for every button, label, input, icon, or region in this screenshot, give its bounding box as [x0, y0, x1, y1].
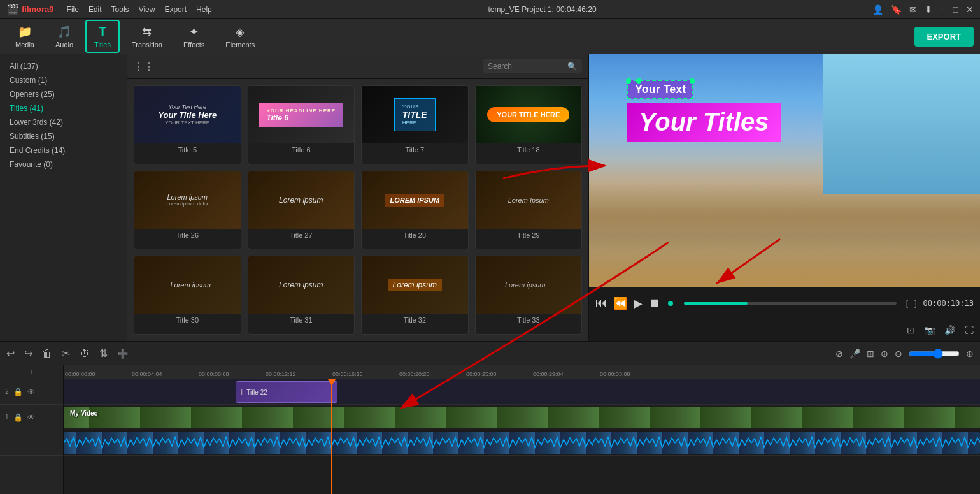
title-thumb-26: Lorem ipsum Lorem ipsum dolor — [134, 171, 241, 229]
track-label-audio — [0, 430, 63, 456]
menu-view[interactable]: View — [139, 5, 155, 14]
play-back-button[interactable]: ⏪ — [613, 296, 627, 310]
title-card-31[interactable]: Lorem ipsum Title 31 — [248, 256, 355, 335]
ruler-mark-0: 00:00:00:00 — [64, 371, 131, 377]
mic-icon[interactable]: 🎤 — [849, 349, 860, 359]
elements-icon: ◈ — [236, 25, 245, 39]
cut-button[interactable]: ✂ — [62, 347, 70, 360]
menu-help[interactable]: Help — [196, 5, 212, 14]
transition-icon: ⇆ — [142, 25, 152, 39]
timeline-tool4[interactable]: ⊕ — [966, 349, 974, 359]
lock-icon-2[interactable]: 🔒 — [13, 388, 23, 396]
media-label: Media — [15, 41, 34, 48]
video-label: My Video — [70, 410, 98, 417]
progress-bar[interactable] — [684, 302, 897, 305]
title-label-5: Title 5 — [134, 143, 241, 156]
preview-title-overlay: Your Text Your Titles — [627, 80, 942, 142]
playhead[interactable] — [331, 379, 332, 494]
sidebar-item-subtitles[interactable]: Subtitles (15) — [0, 129, 127, 143]
ruler-mark-2: 00:00:08:08 — [197, 371, 264, 377]
title-label-32: Title 32 — [362, 314, 468, 326]
timeline-right-tools: ⊘ 🎤 ⊞ ⊕ ⊖ ⊕ — [835, 349, 974, 359]
mail-icon[interactable]: ✉ — [909, 4, 917, 15]
pip-icon[interactable]: ⊡ — [907, 325, 914, 335]
redo-button[interactable]: ↪ — [24, 347, 32, 360]
toolbar-audio[interactable]: 🎵 Audio — [46, 20, 82, 53]
video-strip[interactable]: My Video — [64, 407, 980, 428]
bookmark-icon[interactable]: 🔖 — [891, 4, 902, 15]
panel-header: ⋮⋮ 🔍 — [127, 54, 588, 79]
fullscreen-icon[interactable]: ⛶ — [965, 325, 974, 335]
history-button[interactable]: ⏱ — [80, 348, 90, 360]
title-clip-label: Title 22 — [246, 389, 267, 396]
add-icon[interactable]: + — [30, 368, 34, 375]
toolbar-media[interactable]: 📁 Media — [6, 20, 43, 53]
menu-tools[interactable]: Tools — [111, 5, 129, 14]
audio-strip[interactable] — [64, 432, 980, 454]
grid-view-icon[interactable]: ⋮⋮ — [134, 61, 154, 73]
toolbar-transition[interactable]: ⇆ Transition — [123, 20, 171, 53]
toolbar-effects[interactable]: ✦ Effects — [174, 20, 213, 53]
title-thumb-18: YOUR TITLE HERE — [476, 86, 582, 143]
sidebar-item-all[interactable]: All (137) — [0, 59, 127, 73]
sidebar-item-custom[interactable]: Custom (1) — [0, 73, 127, 87]
toolbar-right: EXPORT — [914, 27, 974, 47]
undo-button[interactable]: ↩ — [6, 347, 15, 360]
title-card-26[interactable]: Lorem ipsum Lorem ipsum dolor Title 26 — [134, 171, 241, 250]
sidebar-item-favourite[interactable]: Favourite (0) — [0, 157, 127, 171]
snapshot-icon[interactable]: 📷 — [924, 325, 935, 335]
ruler-mark-8: 00:00:33:08 — [599, 371, 665, 377]
toolbar-titles[interactable]: T Titles — [85, 20, 120, 53]
user-icon[interactable]: 👤 — [872, 4, 883, 15]
volume-icon[interactable]: 🔊 — [944, 325, 955, 335]
lock-icon-1[interactable]: 🔒 — [13, 413, 23, 422]
ruler-mark-1: 00:00:04:04 — [131, 371, 197, 377]
eye-icon-1[interactable]: 👁 — [27, 413, 35, 422]
track-label-2: 2 🔒 👁 — [0, 379, 63, 405]
title-card-28[interactable]: LOREM IPSUM Title 28 — [361, 171, 469, 250]
maximize-button[interactable]: □ — [953, 4, 958, 15]
title-card-27[interactable]: Lorem ipsum Title 27 — [248, 171, 355, 250]
toolbar-elements[interactable]: ◈ Elements — [217, 20, 264, 53]
menu-edit[interactable]: Edit — [89, 5, 102, 14]
title-card-30[interactable]: Lorem ipsum Title 30 — [134, 256, 241, 335]
ruler-marks: 00:00:00:00 00:00:04:04 00:00:08:08 00:0… — [64, 371, 980, 377]
effects-icon: ✦ — [189, 25, 199, 39]
title-card-33[interactable]: Lorem ipsum Title 33 — [475, 256, 583, 335]
export-button[interactable]: EXPORT — [914, 27, 974, 47]
stop-button[interactable]: ⏹ — [649, 296, 660, 310]
preview-panel: Your Text Your Titles — [588, 54, 980, 341]
delete-button[interactable]: 🗑 — [42, 348, 52, 360]
title-card-6[interactable]: YOUR HEADLINE HERE Title 6 Title 6 — [248, 85, 355, 164]
title-card-18[interactable]: YOUR TITLE HERE Title 18 — [475, 85, 583, 164]
close-button[interactable]: ✕ — [966, 4, 974, 15]
title-thumb-5: Your Text Here Your Title Here YOUR TEXT… — [134, 86, 241, 143]
add-track-button[interactable]: ➕ — [117, 349, 128, 359]
sidebar-item-lower3rds[interactable]: Lower 3rds (42) — [0, 115, 127, 129]
timeline-tool1[interactable]: ⊞ — [867, 349, 874, 359]
menu-export[interactable]: Export — [164, 5, 187, 14]
speed-ramp-icon[interactable]: ⊘ — [835, 349, 843, 359]
search-icon[interactable]: 🔍 — [567, 62, 577, 71]
minimize-button[interactable]: − — [940, 4, 945, 15]
title-card-32[interactable]: Lorem ipsum Title 32 — [361, 256, 469, 335]
track-label-1: 1 🔒 👁 — [0, 405, 63, 430]
zoom-slider[interactable] — [909, 349, 960, 359]
sidebar-item-endcredits[interactable]: End Credits (14) — [0, 143, 127, 157]
title-card-7[interactable]: YOUR TITLE HERE Title 7 — [361, 85, 469, 164]
play-button[interactable]: ▶ — [634, 296, 643, 310]
sidebar-item-openers[interactable]: Openers (25) — [0, 87, 127, 101]
search-input[interactable] — [488, 62, 564, 71]
detach-button[interactable]: ⇅ — [99, 347, 108, 360]
timeline-tool2[interactable]: ⊕ — [881, 349, 888, 359]
ruler: 00:00:00:00 00:00:04:04 00:00:08:08 00:0… — [64, 365, 980, 379]
eye-icon-2[interactable]: 👁 — [27, 388, 35, 396]
prev-frame-button[interactable]: ⏮ — [595, 296, 607, 310]
timeline-tool3[interactable]: ⊖ — [895, 349, 902, 359]
title-card-5[interactable]: Your Text Here Your Title Here YOUR TEXT… — [134, 85, 241, 164]
sidebar-item-titles[interactable]: Titles (41) — [0, 101, 127, 115]
download-icon[interactable]: ⬇ — [925, 4, 932, 15]
title-card-29[interactable]: Lorem Ipsum Title 29 — [475, 171, 583, 250]
title-clip[interactable]: T Title 22 — [236, 381, 337, 403]
menu-file[interactable]: File — [67, 5, 79, 14]
